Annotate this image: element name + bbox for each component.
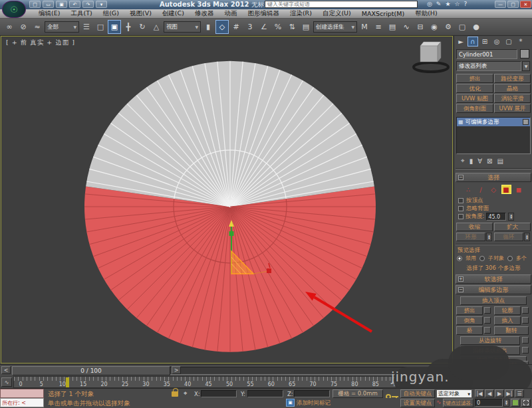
search-communities-icon[interactable]: ◎ [427, 1, 432, 7]
motion-tab-icon[interactable]: ◎ [491, 37, 502, 47]
selected-filter-dropdown[interactable]: 选定对象▼ [436, 389, 472, 398]
menu-views[interactable]: 视图(V) [124, 9, 157, 19]
max-logo[interactable]: ☉ [2, 1, 26, 18]
viewcube-front-face[interactable] [420, 46, 438, 62]
selection-filter-dropdown[interactable]: 全部▼ [45, 21, 79, 33]
preview-subobj-radio[interactable] [479, 256, 485, 261]
unlink-selection-icon[interactable]: ⊘ [17, 20, 30, 34]
align-icon[interactable]: ≡ [372, 20, 385, 34]
curve-editor-icon[interactable]: ∿ [400, 20, 413, 34]
stack-item-toggle-icon[interactable] [523, 119, 529, 125]
maxscript-mini-listener[interactable]: 所在行: < [0, 398, 44, 407]
hinge-from-edge-button[interactable]: 从边旋转 [460, 336, 520, 345]
set-key-button[interactable]: 设置关键点 [400, 399, 435, 407]
frame-marker[interactable] [66, 377, 69, 387]
soft-selection-rollout-header[interactable]: + 软选择 [456, 274, 531, 284]
save-file-icon[interactable]: ▣ [56, 1, 67, 8]
time-slider-handle[interactable]: 0 / 100 [12, 366, 170, 375]
ring-spinner[interactable]: ▲▼ [486, 233, 492, 241]
menu-animation[interactable]: 动画 [219, 9, 242, 19]
pin-stack-icon[interactable]: ⌖ [461, 157, 465, 165]
key-filters-button[interactable]: 关键点过滤器... [443, 399, 473, 407]
display-tab-icon[interactable]: ▢ [503, 37, 514, 47]
time-slider-left-arrow[interactable]: < [1, 366, 11, 374]
maximize-button[interactable]: □ [507, 1, 519, 8]
schematic-view-icon[interactable]: ⊟ [414, 20, 427, 34]
modifier-stack[interactable]: ▦ 可编辑多边形 [456, 117, 531, 154]
auto-key-button[interactable]: 自动关键点 [400, 389, 435, 398]
rect-selection-region-icon[interactable]: □ [94, 20, 107, 34]
bridge-button[interactable]: 桥 [456, 326, 483, 335]
flip-button[interactable]: 翻转 [494, 326, 529, 335]
shrink-button[interactable]: 收缩 [456, 223, 493, 231]
uvw-map-button[interactable]: UVW 贴图 [456, 94, 493, 103]
bevel-settings-icon[interactable] [484, 317, 491, 324]
edge-mode-icon[interactable]: ∕ [476, 185, 486, 194]
viewcube-compass[interactable] [414, 62, 448, 72]
menu-rendering[interactable]: 渲染(R) [285, 9, 317, 19]
inset-settings-icon[interactable] [522, 317, 529, 324]
frame-spinner[interactable]: ▲▼ [503, 399, 509, 407]
ignore-backfacing-row[interactable]: 忽略背面 [458, 205, 489, 213]
menu-modifiers[interactable]: 修改器 [190, 9, 219, 19]
selection-lock-icon[interactable] [172, 391, 178, 398]
border-mode-icon[interactable]: ◇ [489, 185, 499, 194]
new-file-icon[interactable]: □ [29, 1, 41, 8]
viewcube[interactable] [414, 42, 448, 72]
menu-edit[interactable]: 编辑(E) [33, 9, 65, 19]
minimize-button[interactable]: — [495, 1, 506, 8]
menu-tools[interactable]: 工具(T) [65, 9, 97, 19]
lattice-button[interactable]: 晶格 [494, 84, 531, 93]
qat-menu-icon[interactable]: ▾ [96, 1, 107, 8]
reference-coordinate-dropdown[interactable]: 视图▼ [164, 21, 201, 33]
preview-disabled-radio[interactable] [457, 256, 462, 261]
go-to-start-icon[interactable]: |◀ [475, 389, 484, 397]
unwrap-uvw-button[interactable]: UVW 展开 [494, 104, 531, 113]
open-file-icon[interactable]: ▭ [43, 1, 54, 8]
spinner-snap-icon[interactable]: ⇅ [285, 20, 299, 34]
select-and-move-icon[interactable]: ╋ [122, 20, 135, 34]
outline-settings-icon[interactable] [522, 307, 529, 314]
zoom-extents-icon[interactable] [511, 399, 520, 407]
edit-named-selection-sets-icon[interactable]: ▤ [299, 20, 313, 34]
select-and-rotate-icon[interactable]: ↻ [136, 20, 149, 34]
snaps-toggle-icon[interactable]: 3 [243, 20, 257, 34]
percent-snap-icon[interactable]: % [271, 20, 285, 34]
by-vertex-checkbox[interactable] [458, 198, 464, 203]
macro-recorder-field[interactable] [0, 389, 44, 398]
polygon-mode-icon[interactable]: ■ [501, 185, 511, 194]
edit-polygons-rollout-header[interactable]: − 编辑多边形 [456, 285, 531, 294]
by-angle-row[interactable]: 按角度: 45.0 ▲▼ [458, 213, 514, 221]
select-and-link-icon[interactable]: ∞ [3, 20, 16, 34]
show-end-result-icon[interactable]: ▮ [469, 157, 473, 165]
search-input[interactable] [265, 1, 418, 8]
vertex-mode-icon[interactable]: ∴ [464, 185, 473, 194]
menu-create[interactable]: 创建(C) [157, 9, 190, 19]
selection-rollout-header[interactable]: − 选择 [456, 173, 531, 182]
hierarchy-tab-icon[interactable]: ⊞ [479, 37, 490, 47]
angle-snap-icon[interactable]: ∠ [257, 20, 271, 34]
modifier-list-arrow-icon[interactable]: ▼ [522, 61, 530, 71]
grow-button[interactable]: 扩大 [494, 223, 531, 231]
insert-vertex-button[interactable]: 插入顶点 [460, 296, 527, 305]
bridge-settings-icon[interactable] [484, 327, 491, 334]
select-and-manipulate-icon[interactable]: ◇ [215, 20, 229, 34]
sign-in-icon[interactable]: ✎ [436, 1, 442, 7]
render-production-icon[interactable]: ● [469, 20, 483, 34]
outline-button[interactable]: 轮廓 [494, 306, 521, 315]
favorites-icon[interactable]: ★ [445, 1, 450, 7]
star-icon[interactable]: ☆ [454, 1, 460, 7]
by-angle-spinner[interactable]: ▲▼ [508, 213, 514, 221]
modify-tab-icon[interactable]: ∩ [467, 37, 478, 47]
menu-help[interactable]: 帮助(H) [410, 9, 443, 19]
preview-multi-radio[interactable] [507, 256, 513, 261]
remove-modifier-icon[interactable]: ⊠ [487, 157, 492, 165]
mini-curve-editor-icon[interactable]: ∿ [1, 377, 12, 387]
help-icon[interactable]: ? [464, 1, 467, 7]
create-tab-icon[interactable]: ► [456, 37, 466, 47]
object-name-field[interactable]: Cylinder001 [456, 49, 517, 59]
zoom-region-icon[interactable] [521, 399, 531, 407]
menu-customize[interactable]: 自定义(U) [317, 9, 356, 19]
key-filters-wave-icon[interactable]: ∿ [436, 399, 442, 405]
material-editor-icon[interactable]: ◉ [428, 20, 441, 34]
